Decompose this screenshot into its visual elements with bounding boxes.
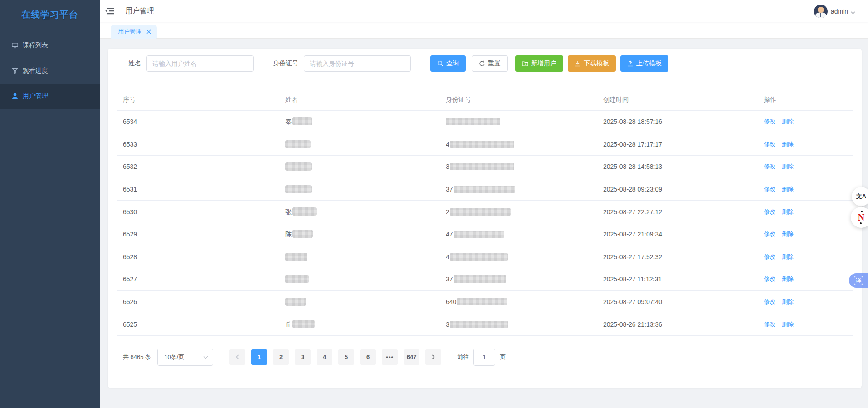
page-size-select[interactable]: 10条/页 xyxy=(157,349,213,366)
cell-actions: 修改删除 xyxy=(764,275,853,283)
edit-link[interactable]: 修改 xyxy=(764,118,775,125)
page-button-5[interactable]: 5 xyxy=(338,349,354,365)
cell-created: 2025-08-28 09:23:09 xyxy=(603,186,764,193)
goto-label: 前往 xyxy=(457,353,469,361)
red-n-graph-icon[interactable]: N xyxy=(851,207,868,228)
table-row: 6527372025-08-27 11:12:31修改删除 xyxy=(117,268,853,291)
censored-name xyxy=(292,320,315,328)
avatar xyxy=(814,5,828,18)
page-more-button[interactable]: ••• xyxy=(382,349,398,365)
reset-button[interactable]: 重置 xyxy=(472,55,508,72)
censored-name xyxy=(285,275,309,283)
censored-id xyxy=(454,275,506,283)
add-user-button[interactable]: 新增用户 xyxy=(515,55,563,72)
sidebar-item-label: 课程列表 xyxy=(23,41,48,49)
sidebar-item-course-list[interactable]: 课程列表 xyxy=(0,33,100,58)
name-filter-label: 姓名 xyxy=(128,59,141,68)
cell-actions: 修改删除 xyxy=(764,118,853,126)
goto-page-input[interactable] xyxy=(473,349,495,366)
cell-id: 37 xyxy=(446,275,603,283)
page-button-647[interactable]: 647 xyxy=(404,349,419,365)
cell-seq: 6531 xyxy=(123,186,285,193)
edit-link[interactable]: 修改 xyxy=(764,186,775,192)
sidebar-item-watch-progress[interactable]: 观看进度 xyxy=(0,58,100,84)
cell-name xyxy=(285,140,446,148)
delete-link[interactable]: 删除 xyxy=(782,298,794,305)
id-filter-label: 身份证号 xyxy=(273,59,298,68)
close-icon[interactable] xyxy=(146,29,151,35)
delete-link[interactable]: 删除 xyxy=(782,163,794,170)
cell-actions: 修改删除 xyxy=(764,185,853,193)
download-template-button[interactable]: 下载模板 xyxy=(568,55,616,72)
table-body: 6534秦2025-08-28 18:57:16修改删除653342025-08… xyxy=(117,111,853,336)
edit-link[interactable]: 修改 xyxy=(764,253,775,260)
cell-created: 2025-08-27 22:27:12 xyxy=(603,208,764,216)
sidebar-item-user-management[interactable]: 用户管理 xyxy=(0,84,100,109)
prev-page-button[interactable] xyxy=(229,349,245,365)
cell-seq: 6525 xyxy=(123,321,285,328)
column-header-seq: 序号 xyxy=(123,96,285,104)
chevron-down-icon xyxy=(203,354,208,359)
page-button-6[interactable]: 6 xyxy=(360,349,376,365)
upload-template-button[interactable]: 上传模板 xyxy=(620,55,668,72)
cell-seq: 6529 xyxy=(123,231,285,238)
delete-link[interactable]: 删除 xyxy=(782,186,794,192)
app-logo: 在线学习平台 xyxy=(0,0,100,29)
edit-link[interactable]: 修改 xyxy=(764,298,775,305)
next-page-button[interactable] xyxy=(425,349,441,365)
cell-actions: 修改删除 xyxy=(764,208,853,216)
filter-icon xyxy=(11,67,19,74)
edit-link[interactable]: 修改 xyxy=(764,141,775,147)
tab-bar: 用户管理 xyxy=(100,22,868,39)
edit-link[interactable]: 修改 xyxy=(764,208,775,215)
edit-link[interactable]: 修改 xyxy=(764,231,775,237)
pagination: 共 6465 条 10条/页 123456•••647 xyxy=(123,349,853,366)
page-button-3[interactable]: 3 xyxy=(295,349,311,365)
table-row: 653232025-08-28 14:58:13修改删除 xyxy=(117,156,853,178)
translate-icon: 文A xyxy=(856,192,866,201)
name-filter-input[interactable] xyxy=(146,55,254,72)
user-dropdown[interactable]: admin xyxy=(814,0,855,22)
search-button[interactable]: 查询 xyxy=(430,55,466,72)
delete-link[interactable]: 删除 xyxy=(782,208,794,215)
user-icon xyxy=(11,93,19,100)
table-row: 65266402025-08-27 09:07:40修改删除 xyxy=(117,291,853,314)
edit-link[interactable]: 修改 xyxy=(764,163,775,170)
chevron-down-icon xyxy=(851,9,855,14)
page-button-2[interactable]: 2 xyxy=(273,349,289,365)
cell-name xyxy=(285,298,446,306)
censored-name xyxy=(285,298,306,306)
table-row: 6534秦2025-08-28 18:57:16修改删除 xyxy=(117,111,853,133)
id-filter-input[interactable] xyxy=(304,55,411,72)
censored-name xyxy=(292,207,317,216)
cell-actions: 修改删除 xyxy=(764,298,853,306)
content-card: 姓名 身份证号 查询 重置 xyxy=(108,49,862,388)
delete-link[interactable]: 删除 xyxy=(782,253,794,260)
goto-page: 前往 页 xyxy=(457,349,506,366)
cell-seq: 6528 xyxy=(123,253,285,261)
translate-pill-button[interactable]: 译 xyxy=(849,273,868,288)
edit-link[interactable]: 修改 xyxy=(764,275,775,282)
download-icon xyxy=(575,60,584,67)
cell-created: 2025-08-28 17:17:17 xyxy=(603,141,764,148)
delete-link[interactable]: 删除 xyxy=(782,231,794,237)
translate-extension-button[interactable]: 文A xyxy=(852,187,868,206)
delete-link[interactable]: 删除 xyxy=(782,275,794,282)
chevron-right-icon xyxy=(431,354,436,359)
page-button-4[interactable]: 4 xyxy=(317,349,332,365)
censored-name xyxy=(292,117,312,125)
delete-link[interactable]: 删除 xyxy=(782,321,794,328)
page-button-1[interactable]: 1 xyxy=(251,349,267,365)
delete-link[interactable]: 删除 xyxy=(782,141,794,147)
cell-seq: 6534 xyxy=(123,118,285,125)
column-header-name: 姓名 xyxy=(285,96,446,104)
cell-id: 2 xyxy=(446,208,603,216)
cell-name: 丘 xyxy=(285,320,446,329)
cell-actions: 修改删除 xyxy=(764,162,853,171)
censored-name xyxy=(285,253,307,261)
fold-menu-icon[interactable] xyxy=(100,0,120,22)
tab-user-management[interactable]: 用户管理 xyxy=(111,25,157,39)
delete-link[interactable]: 删除 xyxy=(782,118,794,125)
censored-id xyxy=(446,118,500,125)
edit-link[interactable]: 修改 xyxy=(764,321,775,328)
